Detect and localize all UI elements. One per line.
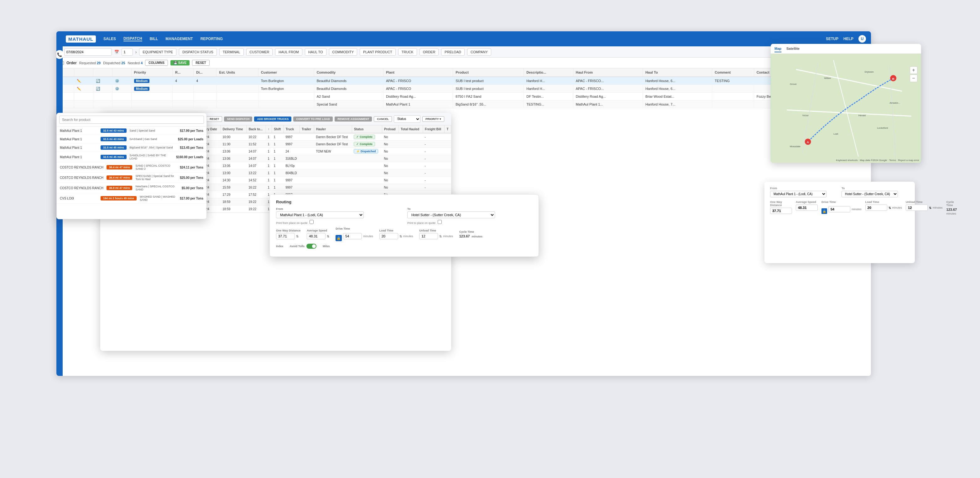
preload-filter[interactable]: PRELOAD [441, 48, 465, 56]
equipment-type-filter[interactable]: EQUIPMENT TYPE [139, 48, 177, 56]
needed-stat: Needed 4 [128, 61, 143, 65]
product-item-6[interactable]: COSTCO REYNOLDS RANCH 36.9 mi 47 mins Ne… [57, 183, 207, 193]
map-body: A B Grove Wilton Drytown Amador... Heral… [771, 54, 921, 163]
rp-unload-time-input[interactable] [906, 205, 928, 211]
product-desc-4: SAND | SPECIAL COSTCO SAND 2 [135, 164, 177, 170]
rp-load-time-field: Load Time ⇅ minutes [865, 200, 902, 211]
company-filter[interactable]: COMPANY [467, 48, 491, 56]
nav-management[interactable]: MANAGEMENT [165, 37, 192, 41]
terminal-filter[interactable]: TERMINAL [219, 48, 244, 56]
haul-to-filter[interactable]: HAUL TO [305, 48, 326, 56]
rp-to-field: To Hotel Sutter - (Sutter Creek, CA) [842, 187, 909, 197]
from-quote-cb[interactable] [310, 220, 313, 224]
rp-to-select[interactable]: Hotel Sutter - (Sutter Creek, CA) [842, 191, 898, 197]
product-item-0[interactable]: MathAul Plant 1 32.5 mi 43 mins Sand | S… [57, 127, 207, 135]
haul-from-filter[interactable]: HAUL FROM [275, 48, 302, 56]
zoom-in-button[interactable]: + [910, 67, 917, 74]
order-toolbar: Order Requested 29 Dispatched 25 Needed … [56, 58, 871, 68]
zoom-out-button[interactable]: − [910, 75, 917, 82]
rp-drive-time-input[interactable] [828, 206, 850, 212]
product-item-7[interactable]: CVS LO0I 194 mi 2 hours 49 mins WASHED S… [57, 193, 207, 203]
rp-one-way-input[interactable] [770, 208, 792, 214]
routing-to-select[interactable]: Hotel Sutter - (Sutter Creek, CA) [407, 211, 495, 218]
send-dispatch-button[interactable]: SEND DISPATCH [224, 116, 252, 122]
col-product: Product [453, 68, 524, 77]
one-way-input[interactable] [276, 233, 295, 239]
table-row[interactable]: ✏️🔄⚙️ Medium Tom Burlington Beautiful Di… [56, 85, 871, 93]
nav-setup[interactable]: SETUP [826, 37, 838, 41]
load-time-field: Load Time ⇅ minutes [379, 229, 413, 239]
routing-from-select[interactable]: MathAul Plant 1 - (Lodi, CA) [276, 211, 364, 218]
calendar-icon[interactable]: 📅 [115, 50, 119, 54]
user-avatar[interactable]: U [858, 35, 866, 43]
cycle-time-field: Cycle Time 123.67 minutes [459, 230, 482, 238]
product-item-5[interactable]: COSTCO REYNOLDS RANCH 36.4 mi 47 mins SP… [57, 173, 207, 183]
dispatch-status-filter[interactable]: DISPATCH STATUS [179, 48, 217, 56]
date-input[interactable] [64, 48, 112, 56]
table-row[interactable]: ✏️🔄⚙️ Medium 44 Tom Burlington Beautiful… [56, 77, 871, 85]
drive-time-input[interactable] [343, 233, 362, 239]
convert-preload-button[interactable]: CONVERT TO PRE LOAD [293, 116, 333, 122]
rp-from-select[interactable]: MathAul Plant 1 - (Lodi, CA) [770, 191, 826, 197]
nav-reporting[interactable]: REPORTING [200, 37, 223, 41]
nav-sales[interactable]: SALES [103, 37, 116, 41]
product-desc-3: SANDLOAD | SAND BY THE LOAD [130, 154, 173, 160]
product-price-7: $17.00 per Tons [180, 197, 203, 200]
svg-text:Drytown: Drytown [865, 70, 874, 73]
table-row[interactable]: Special Sand MathAul Plant 1 BigSand 8/1… [56, 100, 871, 108]
routing-options-row: Index Avoid Tolls Miles [276, 244, 532, 249]
plant-product-filter[interactable]: PLANT PRODUCT [360, 48, 396, 56]
tab-satellite[interactable]: Satellite [786, 45, 800, 52]
product-price-6: $5.00 per Tons [182, 186, 203, 190]
th-arrow: ↑ [266, 125, 272, 133]
avoid-tolls-toggle[interactable] [306, 244, 317, 249]
lock-icon[interactable]: 🔒 [336, 235, 342, 241]
table-row[interactable]: A2 Sand Distillery Road Ag... 8750 I FA2… [56, 93, 871, 100]
th-preload: Preload [382, 125, 399, 133]
product-search-input[interactable] [59, 116, 204, 124]
product-item-1[interactable]: MathAul Plant 1 32.5 mi 43 mins GASSand … [57, 135, 207, 143]
order-filter[interactable]: ORDER [420, 48, 439, 56]
nav-help[interactable]: HELP [843, 37, 853, 41]
add-broker-trucks-button[interactable]: ADD BROKER TRUCKS [254, 116, 291, 122]
status-dropdown[interactable]: Status Complete Dispatched Pending [394, 115, 420, 123]
product-item-2[interactable]: MathAul Plant 1 32.5 mi 45 mins BigSand … [57, 143, 207, 152]
svg-text:Victor: Victor [802, 114, 809, 117]
routing-from-label: From [276, 207, 401, 211]
cancel-button[interactable]: CANCEL [374, 116, 392, 122]
nav-bill[interactable]: BILL [150, 37, 158, 41]
product-desc-5: SPECSAND | Special Sand for Tom to Haul [135, 175, 177, 181]
routing-metrics-row: One Way Distance ⇅ Average Speed ⇅ Drive… [276, 227, 532, 241]
col-haul-from: Haul From [573, 68, 643, 77]
order-table-container: Priority R... Di... Est. Units Customer … [56, 68, 871, 108]
to-quote-cb[interactable] [438, 220, 442, 224]
unload-time-input[interactable] [419, 233, 438, 239]
rp-avg-speed-input[interactable] [796, 205, 818, 211]
reset-button[interactable]: RESET [192, 60, 209, 66]
commodity-filter[interactable]: COMMODITY [329, 48, 357, 56]
rp-load-time-input[interactable] [865, 205, 887, 211]
truck-filter[interactable]: TRUCK [398, 48, 417, 56]
priority-button[interactable]: PRIORITY ▾ [422, 116, 444, 122]
nav-next[interactable]: › [135, 49, 137, 54]
product-item-4[interactable]: COSTCO REYNOLDS RANCH 36.4 mi 47 mins SA… [57, 162, 207, 173]
seq-reset-button[interactable]: RESET [207, 116, 222, 122]
tab-map[interactable]: Map [775, 45, 781, 52]
svg-text:B: B [892, 77, 894, 81]
product-item-3[interactable]: MathAul Plant 1 32.5 mi 45 mins SANDLOAD… [57, 152, 207, 162]
col-priority: Priority [131, 68, 172, 77]
th-truck: Truck [283, 125, 299, 133]
filter-bar: ‹ 📅 › EQUIPMENT TYPE DISPATCH STATUS TER… [56, 46, 871, 58]
load-time-input[interactable] [379, 233, 398, 239]
page-num-input[interactable] [122, 48, 133, 56]
remove-assignment-button[interactable]: REMOVE ASSIGNMENT [335, 116, 372, 122]
customer-filter[interactable]: CUSTOMER [246, 48, 273, 56]
avg-speed-input[interactable] [307, 233, 326, 239]
nav-dispatch[interactable]: DISPATCH [123, 37, 142, 41]
save-button[interactable]: 💾 SAVE [170, 60, 190, 65]
product-name-5: COSTCO REYNOLDS RANCH [60, 176, 103, 179]
columns-button[interactable]: COLUMNS [145, 60, 168, 66]
rp-load-time-label: Load Time [865, 200, 902, 203]
rp-lock-icon[interactable]: 🔒 [821, 208, 827, 214]
map-svg: A B Grove Wilton Drytown Amador... Heral… [771, 54, 921, 163]
